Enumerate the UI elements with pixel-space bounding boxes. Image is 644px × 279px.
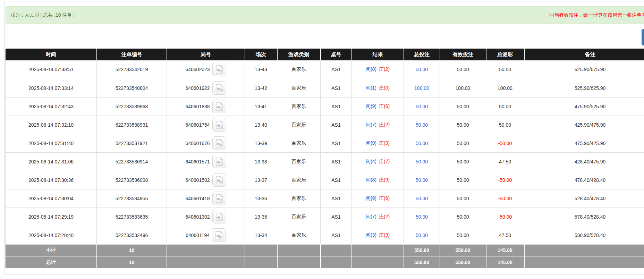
video-playback-icon bbox=[215, 65, 223, 74]
column-header: 总派彩 bbox=[486, 49, 524, 60]
video-playback-button[interactable] bbox=[212, 136, 226, 150]
round-number-text: 640601922 bbox=[185, 85, 210, 91]
table-row: 2025-08-14 07:31:06 522733536914 6406015… bbox=[6, 152, 644, 171]
table-row: 2025-08-14 07:32:10 522733538931 6406017… bbox=[6, 116, 644, 134]
summary-label: 总计 bbox=[6, 256, 97, 268]
cell-session: 13-42 bbox=[245, 79, 277, 97]
total-bet-link[interactable]: 50.00 bbox=[416, 196, 428, 201]
cell-game-type: 百家乐 bbox=[277, 134, 321, 152]
cell-game-type: 百家乐 bbox=[277, 79, 321, 97]
video-playback-icon bbox=[215, 176, 223, 184]
cell-table-number: AS1 bbox=[321, 152, 352, 171]
result-banker: 庄(2) bbox=[379, 122, 390, 127]
summary-payout: 145.00 bbox=[486, 244, 524, 256]
cell-session: 13-34 bbox=[245, 226, 277, 244]
cell-remark: 475.90/525.90 bbox=[524, 97, 644, 116]
total-bet-link[interactable]: 50.00 bbox=[416, 104, 428, 109]
total-bet-link[interactable]: 50.00 bbox=[416, 122, 428, 128]
cell-time: 2025-08-14 07:31:06 bbox=[6, 152, 97, 171]
cell-session: 13-40 bbox=[245, 116, 277, 134]
cell-round-number: 640601571 bbox=[167, 152, 245, 171]
cell-payout: 50.00 bbox=[486, 116, 524, 134]
total-bet-link[interactable]: 50.00 bbox=[416, 67, 428, 72]
bet-records-table: 时间注单编号局号场次游戏类别桌号结果总投注有效投注总派彩备注 2025-08-1… bbox=[5, 49, 644, 268]
video-playback-button[interactable] bbox=[212, 192, 226, 205]
cell-bet-number: 522733540804 bbox=[97, 79, 167, 97]
cell-valid-bet: 50.00 bbox=[440, 152, 486, 171]
cell-bet-number: 522733538931 bbox=[97, 116, 167, 134]
cell-valid-bet: 50.00 bbox=[440, 208, 486, 226]
cell-total-bet: 50.00 bbox=[404, 152, 440, 171]
video-playback-button[interactable] bbox=[212, 155, 226, 168]
cell-game-type: 百家乐 bbox=[277, 97, 321, 116]
cell-bet-number: 522733537921 bbox=[97, 134, 167, 152]
cell-round-number: 640601754 bbox=[167, 116, 245, 134]
cell-table-number: AS1 bbox=[321, 116, 352, 134]
cell-payout: 50.00 bbox=[486, 60, 524, 79]
cell-payout: 50.00 bbox=[486, 97, 524, 116]
cell-round-number: 640601676 bbox=[167, 134, 245, 152]
cell-bet-number: 522733539968 bbox=[97, 97, 167, 116]
table-row: 2025-08-14 07:33:14 522733540804 6406019… bbox=[6, 79, 644, 97]
cell-remark: 530.90/578.40 bbox=[524, 226, 644, 244]
video-playback-button[interactable] bbox=[212, 100, 226, 113]
table-row: 2025-08-14 07:30:04 522733534955 6406014… bbox=[6, 189, 644, 208]
cell-result: 闲(9)庄(3) bbox=[352, 134, 404, 152]
total-bet-link[interactable]: 50.00 bbox=[416, 232, 428, 238]
cell-result: 闲(9)庄(6) bbox=[352, 189, 404, 208]
summary-total-bet: 550.00 bbox=[404, 244, 440, 256]
result-player: 闲(1) bbox=[366, 85, 376, 91]
cell-payout: -50.00 bbox=[486, 208, 524, 226]
total-bet-link[interactable]: 50.00 bbox=[416, 159, 428, 164]
video-playback-button[interactable] bbox=[212, 81, 226, 95]
video-playback-button[interactable] bbox=[212, 210, 226, 223]
total-bet-link[interactable]: 50.00 bbox=[416, 214, 428, 220]
result-player: 闲(4) bbox=[366, 159, 376, 164]
total-bet-link[interactable]: 100.00 bbox=[414, 85, 429, 91]
total-bet-link[interactable]: 50.00 bbox=[416, 141, 428, 146]
round-number-text: 640601418 bbox=[185, 196, 210, 201]
video-playback-button[interactable] bbox=[212, 228, 226, 242]
cell-payout: -50.00 bbox=[486, 189, 524, 208]
cell-time: 2025-08-14 07:29:19 bbox=[6, 208, 97, 226]
table-row: 2025-08-14 07:29:19 522733533635 6406013… bbox=[6, 208, 644, 226]
cell-result: 闲(1)庄(0) bbox=[352, 79, 404, 97]
cell-bet-number: 522733533635 bbox=[97, 208, 167, 226]
video-playback-button[interactable] bbox=[212, 63, 226, 76]
edge-cutoff-button[interactable] bbox=[642, 29, 644, 45]
result-player: 闲(7) bbox=[366, 122, 376, 127]
column-header: 局号 bbox=[167, 49, 245, 60]
column-header: 有效投注 bbox=[440, 49, 486, 60]
cell-bet-number: 522733534955 bbox=[97, 189, 167, 208]
cell-result: 闲(3)庄(9) bbox=[352, 226, 404, 244]
cell-game-type: 百家乐 bbox=[277, 189, 321, 208]
cell-time: 2025-08-14 07:32:43 bbox=[6, 97, 97, 116]
cell-time: 2025-08-14 07:30:04 bbox=[6, 189, 97, 208]
cell-time: 2025-08-14 07:28:40 bbox=[6, 226, 97, 244]
result-player: 闲(3) bbox=[366, 232, 376, 238]
cell-valid-bet: 50.00 bbox=[440, 189, 486, 208]
cell-round-number: 640601194 bbox=[167, 226, 245, 244]
cell-round-number: 640602023 bbox=[167, 60, 245, 79]
summary-valid-bet: 550.00 bbox=[440, 256, 486, 268]
summary-count: 10 bbox=[97, 256, 167, 268]
video-playback-button[interactable] bbox=[212, 118, 226, 132]
summary-row: 小计 10 550.00 550.00 145.00 bbox=[6, 244, 644, 256]
cell-remark: 478.40/428.40 bbox=[524, 171, 644, 189]
video-playback-icon bbox=[215, 84, 223, 92]
column-header: 时间 bbox=[6, 49, 97, 60]
cell-total-bet: 50.00 bbox=[404, 189, 440, 208]
round-number-text: 640601571 bbox=[185, 159, 210, 164]
round-number-text: 640601502 bbox=[185, 177, 210, 183]
cell-session: 13-41 bbox=[245, 97, 277, 116]
result-banker: 庄(3) bbox=[379, 140, 390, 146]
table-row: 2025-08-14 07:32:43 522733539968 6406018… bbox=[6, 97, 644, 116]
cell-valid-bet: 50.00 bbox=[440, 60, 486, 79]
cell-result: 闲(4)庄(7) bbox=[352, 152, 404, 171]
result-banker: 庄(6) bbox=[379, 103, 390, 109]
result-player: 闲(9) bbox=[366, 140, 376, 146]
cell-session: 13-39 bbox=[245, 134, 277, 152]
total-bet-link[interactable]: 50.00 bbox=[416, 177, 428, 183]
video-playback-button[interactable] bbox=[212, 173, 226, 187]
cell-payout: -50.00 bbox=[486, 134, 524, 152]
